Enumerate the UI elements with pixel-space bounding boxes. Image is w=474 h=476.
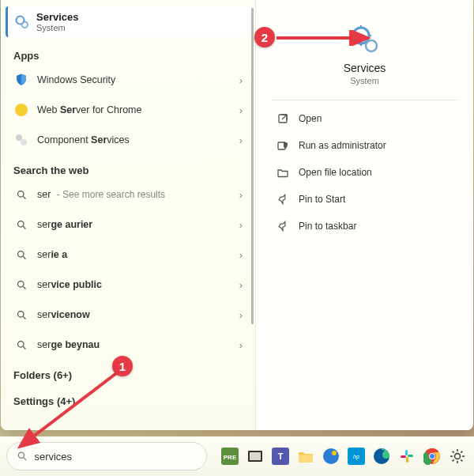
yellow-circle-icon (13, 102, 29, 118)
svg-rect-41 (408, 455, 413, 457)
taskbar-app-icon[interactable] (321, 446, 341, 467)
web-suggestion-ser[interactable]: ser - See more search results › (1, 179, 255, 210)
action-pin-taskbar[interactable]: Pin to taskbar (256, 213, 473, 240)
svg-point-3 (16, 134, 22, 141)
taskbar-edge-icon[interactable] (371, 446, 392, 467)
svg-rect-21 (369, 35, 371, 36)
section-header-web: Search the web (1, 155, 255, 179)
taskbar-teams-icon[interactable]: T (270, 446, 291, 467)
svg-line-53 (461, 459, 462, 461)
svg-line-14 (23, 316, 25, 319)
detail-subtitle: System (256, 76, 473, 85)
svg-point-47 (455, 454, 461, 459)
app-windows-security[interactable]: Windows Security › (1, 65, 255, 95)
svg-line-8 (23, 226, 25, 229)
taskbar-chrome-icon[interactable] (422, 446, 442, 467)
services-icon (14, 14, 30, 30)
best-match-result[interactable]: Services System (6, 6, 250, 37)
annotation-badge-1: 1 (112, 356, 133, 376)
chevron-right-icon: › (239, 249, 243, 261)
taskbar-settings-icon[interactable] (447, 446, 468, 467)
detail-header: Services System (256, 0, 473, 85)
search-icon (17, 450, 28, 463)
svg-line-27 (24, 458, 26, 460)
action-label: Run as administrator (299, 140, 386, 151)
chevron-right-icon: › (239, 279, 243, 291)
taskbar-app-icon[interactable] (245, 446, 265, 467)
action-label: Pin to Start (299, 194, 345, 205)
suggestion-label: service public (37, 279, 239, 290)
svg-rect-43 (401, 455, 406, 458)
action-pin-start[interactable]: Pin to Start (256, 186, 473, 213)
svg-rect-18 (360, 25, 362, 28)
best-match-subtitle: System (36, 23, 79, 32)
svg-point-22 (366, 40, 377, 51)
svg-text:T: T (278, 451, 284, 461)
svg-line-10 (23, 256, 25, 259)
taskbar-slack-icon[interactable] (397, 446, 417, 467)
action-label: Pin to taskbar (299, 221, 356, 232)
svg-point-15 (17, 341, 24, 347)
app-label: Web Server for Chrome (37, 104, 239, 115)
svg-point-35 (323, 448, 339, 464)
action-open-location[interactable]: Open file location (256, 159, 473, 186)
svg-point-36 (332, 451, 337, 455)
suggestion-label: serie a (37, 249, 239, 260)
search-input[interactable] (34, 451, 197, 463)
app-label: Windows Security (37, 74, 239, 85)
svg-point-9 (17, 251, 24, 257)
best-match-title: Services (36, 11, 79, 23)
svg-rect-31 (250, 452, 261, 460)
svg-rect-20 (351, 35, 353, 36)
svg-rect-42 (406, 457, 408, 463)
svg-rect-40 (405, 450, 408, 455)
chevron-right-icon: › (239, 104, 243, 116)
folder-icon (276, 166, 289, 179)
taskbar-explorer-icon[interactable] (295, 446, 316, 467)
search-icon (13, 217, 29, 232)
svg-line-54 (453, 459, 454, 461)
search-flyout: Services System Apps Windows Security › … (1, 0, 473, 430)
search-icon (13, 337, 29, 353)
svg-point-2 (15, 104, 28, 116)
taskbar: PRE T hp (0, 436, 474, 476)
taskbar-search[interactable] (6, 442, 207, 470)
action-run-admin[interactable]: Run as administrator (256, 132, 473, 159)
open-icon (276, 112, 289, 125)
web-suggestion-seriea[interactable]: serie a › (1, 240, 255, 270)
svg-point-11 (17, 281, 24, 287)
action-label: Open file location (299, 167, 372, 178)
suggestion-label: serge beynau (37, 339, 239, 350)
web-suggestion-servicepublic[interactable]: service public › (1, 270, 255, 300)
suggestion-label: serge aurier (37, 219, 239, 230)
app-web-server-chrome[interactable]: Web Server for Chrome › (1, 95, 255, 125)
svg-point-46 (430, 454, 434, 459)
app-component-services[interactable]: Component Services › (1, 125, 255, 155)
web-suggestion-aurier[interactable]: serge aurier › (1, 210, 255, 240)
taskbar-app-icon[interactable]: PRE (220, 446, 240, 467)
action-open[interactable]: Open (256, 105, 473, 132)
section-header-settings: Settings (4+) (1, 384, 255, 410)
svg-point-5 (17, 191, 24, 197)
svg-point-13 (17, 311, 24, 317)
section-header-apps: Apps (1, 40, 255, 65)
web-suggestion-servicenow[interactable]: servicenow › (1, 300, 255, 330)
svg-line-55 (461, 451, 462, 453)
detail-column: Services System Open Run as administrato… (255, 0, 473, 430)
svg-line-52 (453, 451, 454, 453)
svg-text:hp: hp (353, 454, 359, 460)
taskbar-hp-icon[interactable]: hp (346, 446, 367, 467)
taskbar-icons: PRE T hp (213, 446, 468, 467)
web-suggestion-beynau[interactable]: serge beynau › (1, 330, 255, 360)
svg-point-1 (22, 21, 28, 28)
search-icon (13, 187, 29, 202)
pin-icon (276, 193, 289, 206)
component-services-icon (13, 132, 29, 148)
svg-line-12 (23, 286, 25, 289)
svg-line-16 (23, 346, 25, 349)
chevron-right-icon: › (239, 309, 243, 321)
detail-title: Services (256, 62, 473, 74)
chevron-right-icon: › (239, 134, 243, 146)
services-large-icon (349, 24, 381, 55)
shield-icon (13, 72, 29, 88)
